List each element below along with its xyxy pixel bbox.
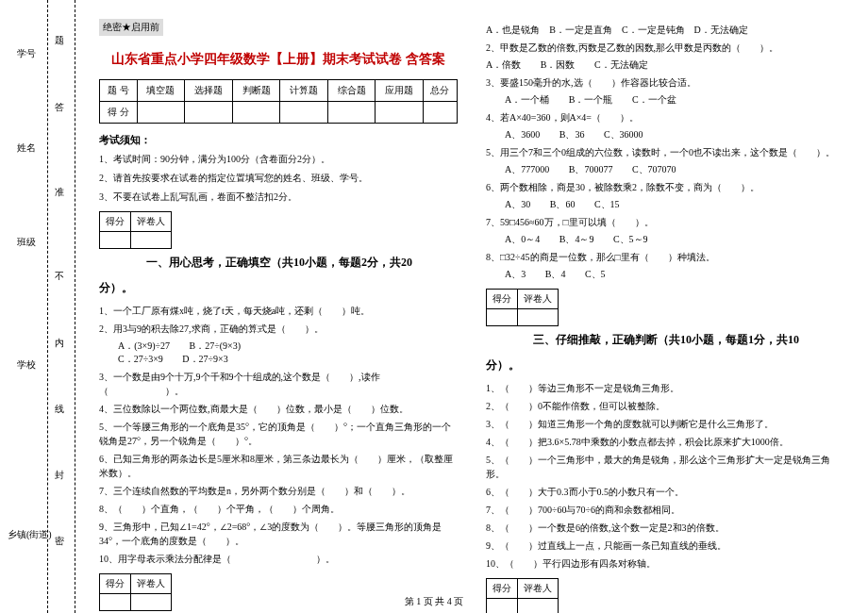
s3-q3: 3、（ ）知道三角形一个角的度数就可以判断它是什么三角形了。 xyxy=(486,417,844,431)
s2-q4-opts: A、3600 B、36 C、36000 xyxy=(505,128,844,141)
right-column: A．也是锐角 B．一定是直角 C．一定是钝角 D．无法确定 2、甲数是乙数的倍数… xyxy=(472,14,859,589)
section-3-fen: 分）。 xyxy=(486,357,844,373)
s2-q6: 6、两个数相除，商是30，被除数乘2，除数不变，商为（ ）。 xyxy=(486,180,844,194)
s3-q9: 9、（ ）过直线上一点，只能画一条已知直线的垂线。 xyxy=(486,538,844,553)
ms3-c2: 评卷人 xyxy=(518,290,559,309)
binding-xingming: 姓名 xyxy=(17,141,36,155)
s1-q10: 10、用字母表示乘法分配律是（ ）。 xyxy=(99,552,458,566)
ms1-c1: 得分 xyxy=(100,212,131,232)
score-header-row: 题 号 填空题 选择题 判断题 计算题 综合题 应用题 总分 xyxy=(100,80,458,102)
binding-banji: 班级 xyxy=(17,236,36,249)
s3-q5: 5、（ ）一个三角形中，最大的角是锐角，那么这个三角形扩大一定是锐角三角形。 xyxy=(486,453,844,481)
binding-xuehao: 学号 xyxy=(17,47,36,60)
s2-q4c: C、36000 xyxy=(604,129,643,140)
s3-q7: 7、（ ）700÷60与70÷6的商和余数都相同。 xyxy=(486,503,844,517)
s2-q3: 3、要盛150毫升的水,选（ ）作容器比较合适。 xyxy=(486,75,844,90)
s2-q2c: C．无法确定 xyxy=(594,59,648,70)
th-judge: 判断题 xyxy=(232,80,280,102)
s3-q10: 10、（ ）平行四边形有四条对称轴。 xyxy=(486,556,844,571)
s2-q8: 8、□32÷45的商是一位数，那么□里有（ ）种填法。 xyxy=(486,250,844,264)
s2-q5b: B、700077 xyxy=(569,164,613,174)
mini-score-1: 得分评卷人 xyxy=(99,211,172,249)
td-score: 得 分 xyxy=(100,102,138,124)
th-num: 题 号 xyxy=(100,80,138,102)
ms2-c1: 得分 xyxy=(100,574,131,594)
notice-3: 3、不要在试卷上乱写乱画，卷面不整洁扣2分。 xyxy=(99,191,458,204)
s2-q4b: B、36 xyxy=(559,129,585,140)
s1-q2c: C．27÷3×9 xyxy=(118,354,163,364)
mini-score-3: 得分评卷人 xyxy=(486,289,559,326)
s2-q1-opts: A．也是锐角 B．一定是直角 C．一定是钝角 D．无法确定 xyxy=(486,23,844,37)
s2-q2a: A．倍数 xyxy=(486,59,521,70)
ms1-c2: 评卷人 xyxy=(131,212,172,232)
notice-1: 1、考试时间：90分钟，满分为100分（含卷面分2分）。 xyxy=(99,153,458,166)
binding-margin: 题 学号 答 姓名 准 班级 不 内 学校 线 封 乡镇(街道) 密 xyxy=(0,0,75,613)
th-fill: 填空题 xyxy=(137,80,185,102)
s3-q1: 1、（ ）等边三角形不一定是锐角三角形。 xyxy=(486,381,844,395)
s2-q6b: B、60 xyxy=(550,199,576,209)
s3-q8: 8、（ ）一个数是6的倍数,这个数一定是2和3的倍数。 xyxy=(486,521,844,535)
th-calc: 计算题 xyxy=(280,80,328,102)
s2-q4: 4、若A×40=360，则A×4=（ ）。 xyxy=(486,110,844,124)
page-footer: 第 1 页 共 4 页 xyxy=(0,595,868,608)
left-column: 绝密★启用前 山东省重点小学四年级数学【上册】期末考试试卷 含答案 题 号 填空… xyxy=(85,14,472,589)
s2-q2b: B．因数 xyxy=(541,59,576,70)
s2-q7-opts: A、0～4 B、4～9 C、5～9 xyxy=(505,233,844,246)
score-value-row: 得 分 xyxy=(100,102,458,124)
s2-q7: 7、59□456≈60万，□里可以填（ ）。 xyxy=(486,215,844,229)
s2-q8c: C、5 xyxy=(585,269,606,279)
s1-q5: 5、一个等腰三角形的一个底角是35°，它的顶角是（ ）°；一个直角三角形的一个锐… xyxy=(99,420,458,448)
s2-q7b: B、4～9 xyxy=(559,234,594,244)
s3-q4: 4、（ ）把3.6×5.78中乘数的小数点都去掉，积会比原来扩大1000倍。 xyxy=(486,435,844,449)
s3-q2: 2、（ ）0不能作倍数，但可以被整除。 xyxy=(486,399,844,413)
th-comp: 综合题 xyxy=(327,80,376,102)
s2-q7a: A、0～4 xyxy=(505,234,540,244)
s2-q3c: C．一个盆 xyxy=(632,94,676,105)
s2-q3a: A．一个桶 xyxy=(505,94,549,105)
s1-q7: 7、三个连续自然数的平均数是n，另外两个数分别是（ ）和（ ）。 xyxy=(99,484,458,498)
th-choice: 选择题 xyxy=(185,80,233,102)
s2-q7c: C、5～9 xyxy=(613,234,648,244)
s2-q2: 2、甲数是乙数的倍数,丙数是乙数的因数,那么甲数是丙数的（ ）。 xyxy=(486,41,844,55)
exam-title: 山东省重点小学四年级数学【上册】期末考试试卷 含答案 xyxy=(99,51,458,68)
ms3-c1: 得分 xyxy=(487,290,518,309)
s2-q3-opts: A．一个桶 B．一个瓶 C．一个盆 xyxy=(505,93,844,107)
s1-q8: 8、（ ）个直角，（ ）个平角，（ ）个周角。 xyxy=(99,502,458,516)
s2-q5-opts: A、777000 B、700077 C、707070 xyxy=(505,163,844,176)
s2-q8a: A、3 xyxy=(505,269,526,279)
notice-2: 2、请首先按要求在试卷的指定位置填写您的姓名、班级、学号。 xyxy=(99,172,458,185)
score-table: 题 号 填空题 选择题 判断题 计算题 综合题 应用题 总分 得 分 xyxy=(99,79,458,124)
s1-q2: 2、用3与9的积去除27,求商，正确的算式是（ ）。 xyxy=(99,322,458,336)
s2-q2-opts: A．倍数 B．因数 C．无法确定 xyxy=(486,58,844,72)
s2-q6c: C、15 xyxy=(594,199,620,209)
s2-q5c: C、707070 xyxy=(632,164,676,174)
s1-q2b: B．27÷(9×3) xyxy=(190,340,241,351)
page-content: 绝密★启用前 山东省重点小学四年级数学【上册】期末考试试卷 含答案 题 号 填空… xyxy=(85,14,859,589)
s3-q6: 6、（ ）大于0.3而小于0.5的小数只有一个。 xyxy=(486,485,844,499)
s1-q2d: D．27÷9×3 xyxy=(182,354,227,364)
th-app: 应用题 xyxy=(376,80,424,102)
binding-xuexiao: 学校 xyxy=(17,358,36,372)
secret-tag: 绝密★启用前 xyxy=(99,19,163,36)
s1-q1: 1、一个工厂原有煤x吨，烧了t天，每天烧a吨，还剩（ ）吨。 xyxy=(99,304,458,318)
s2-q8b: B、4 xyxy=(545,269,566,279)
ms2-c2: 评卷人 xyxy=(131,574,172,594)
section-1-title: 一、用心思考，正确填空（共10小题，每题2分，共20 xyxy=(146,255,458,271)
th-total: 总分 xyxy=(423,80,457,102)
s2-q5: 5、用三个7和三个0组成的六位数，读数时，一个0也不读出来，这个数是（ ）。 xyxy=(486,145,844,159)
s2-q8-opts: A、3 B、4 C、5 xyxy=(505,268,844,281)
section-3-title: 三、仔细推敲，正确判断（共10小题，每题1分，共10 xyxy=(533,332,844,348)
notice-title: 考试须知： xyxy=(99,133,458,147)
s1-q3: 3、一个数是由9个十万,9个千和9个十组成的,这个数是（ ）,读作（ ）。 xyxy=(99,370,458,398)
s2-q3b: B．一个瓶 xyxy=(569,94,613,105)
s1-q4: 4、三位数除以一个两位数,商最大是（ ）位数，最小是（ ）位数。 xyxy=(99,402,458,416)
s2-q6a: A、30 xyxy=(505,199,530,209)
s2-q6-opts: A、30 B、60 C、15 xyxy=(505,198,844,211)
s1-q2-opts2: C．27÷3×9 D．27÷9×3 xyxy=(118,353,458,366)
s1-q2a: A．(3×9)÷27 xyxy=(118,340,170,351)
s1-q9: 9、三角形中，已知∠1=42°，∠2=68°，∠3的度数为（ ）。等腰三角形的顶… xyxy=(99,520,458,548)
s2-q4a: A、3600 xyxy=(505,129,540,140)
s2-q5a: A、777000 xyxy=(505,164,549,174)
s1-q6: 6、已知三角形的两条边长是5厘米和8厘米，第三条边最长为（ ）厘米，（取整厘米数… xyxy=(99,452,458,480)
s1-q2-opts1: A．(3×9)÷27 B．27÷(9×3) xyxy=(118,340,458,353)
